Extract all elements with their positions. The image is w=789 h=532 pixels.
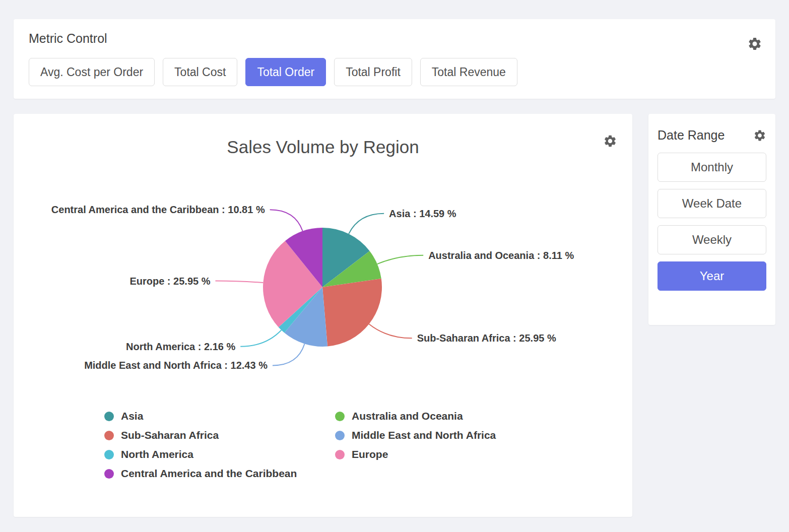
pie-slice-label-sub-saharan-africa: Sub-Saharan Africa : 25.95 % [417,332,556,344]
chart-title: Sales Volume by Region [14,137,632,157]
legend-item-central-america-and-the-caribbean[interactable]: Central America and the Caribbean [104,467,335,480]
date-range-button-weekly[interactable]: Weekly [658,225,766,254]
date-range-button-group: MonthlyWeek DateWeeklyYear [658,153,766,291]
metric-button-group: Avg. Cost per OrderTotal CostTotal Order… [29,58,760,86]
date-range-card: Date Range MonthlyWeek DateWeeklyYear [648,114,775,325]
sales-volume-card: Sales Volume by Region Asia : 14.59 %Aus… [14,114,632,517]
date-range-settings-gear-icon[interactable] [753,129,766,142]
legend-label: Central America and the Caribbean [121,468,297,480]
pie-slice-label-asia: Asia : 14.59 % [389,208,456,219]
pie-leader-line-asia [349,214,384,234]
legend-item-middle-east-and-north-africa[interactable]: Middle East and North Africa [335,429,632,442]
legend-label: Asia [121,410,143,422]
metric-button-total-order[interactable]: Total Order [245,58,326,86]
date-range-title: Date Range [658,128,725,143]
pie-leader-line-north-america [240,330,281,346]
legend-label: Sub-Saharan Africa [121,429,219,441]
legend-label: Middle East and North Africa [352,429,496,441]
legend-dot-central-america-and-the-caribbean [104,469,114,479]
pie-slice-label-australia-and-oceania: Australia and Oceania : 8.11 % [428,250,574,261]
metric-button-total-cost[interactable]: Total Cost [163,58,237,86]
legend-item-north-america[interactable]: North America [104,448,335,461]
metric-button-total-profit[interactable]: Total Profit [334,58,412,86]
sales-volume-pie-chart: Asia : 14.59 %Australia and Oceania : 8.… [14,167,632,409]
chart-settings-gear-icon[interactable] [603,134,617,148]
pie-leader-line-australia-and-oceania [377,255,423,264]
legend-item-asia[interactable]: Asia [104,410,335,423]
pie-leader-line-middle-east-and-north-africa [273,344,305,366]
date-range-button-monthly[interactable]: Monthly [658,153,766,182]
legend-dot-sub-saharan-africa [104,431,114,440]
legend-item-europe[interactable]: Europe [335,448,632,461]
legend-dot-europe [335,450,345,459]
pie-slice-label-europe: Europe : 25.95 % [129,276,210,287]
pie-leader-line-sub-saharan-africa [369,324,412,338]
metric-control-title: Metric Control [29,31,760,46]
legend-dot-asia [104,412,114,421]
metric-button-total-revenue[interactable]: Total Revenue [420,58,517,86]
legend-label: Australia and Oceania [352,410,463,422]
legend-dot-middle-east-and-north-africa [335,431,345,440]
pie-leader-line-europe [215,281,263,283]
date-range-header: Date Range [658,128,766,143]
legend-dot-north-america [104,450,114,459]
metric-settings-gear-icon[interactable] [747,36,762,51]
legend-label: Europe [352,448,388,460]
pie-slice-label-middle-east-and-north-africa: Middle East and North Africa : 12.43 % [84,360,268,371]
metric-control-card: Metric Control Avg. Cost per OrderTotal … [14,19,775,99]
metric-button-avg-cost-per-order[interactable]: Avg. Cost per Order [29,58,155,86]
legend-dot-australia-and-oceania [335,412,345,421]
pie-slice-label-north-america: North America : 2.16 % [126,341,235,352]
legend-label: North America [121,448,193,460]
date-range-button-year[interactable]: Year [658,261,766,291]
pie-slice-label-central-america-and-the-caribbean: Central America and the Caribbean : 10.8… [51,204,265,215]
legend-item-sub-saharan-africa[interactable]: Sub-Saharan Africa [104,429,335,442]
date-range-button-week-date[interactable]: Week Date [658,189,766,218]
pie-leader-line-central-america-and-the-caribbean [270,210,303,231]
pie-slice-sub-saharan-africa[interactable] [322,279,382,347]
legend-item-australia-and-oceania[interactable]: Australia and Oceania [335,410,632,423]
chart-legend: AsiaAustralia and OceaniaSub-Saharan Afr… [104,410,632,480]
